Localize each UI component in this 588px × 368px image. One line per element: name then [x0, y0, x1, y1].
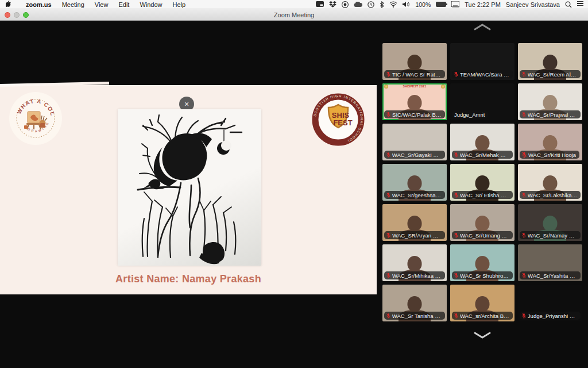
muted-mic-icon	[386, 232, 390, 238]
participant-name-label: Judge_Priyanshi Bhat...	[520, 312, 581, 320]
time-machine-icon[interactable]	[368, 1, 374, 8]
battery-icon	[436, 1, 446, 8]
screen-edge-highlight	[0, 82, 109, 87]
participant-name-label: WAC_Sr/ Etisha Verma	[452, 191, 513, 199]
participant-tile[interactable]: TEAM/WAC/Sara Sriv...	[450, 43, 514, 80]
gallery-scroll-up-button[interactable]	[382, 23, 582, 31]
zoom-window-button[interactable]	[23, 12, 29, 18]
participant-name-label: WAC_SR/Aryan Mann	[384, 231, 445, 239]
muted-mic-icon	[386, 313, 390, 319]
muted-mic-icon	[522, 313, 526, 319]
participant-name-label: WAC_Sr/Reem Al-Gaa...	[520, 70, 581, 78]
muted-mic-icon	[386, 192, 390, 198]
participant-tile[interactable]: WAC_sr/Archita Bhatt...	[450, 285, 514, 321]
muted-mic-icon	[454, 232, 458, 238]
what-a-colour-logo: WHAT A COLOUR! DRAWING	[8, 91, 63, 146]
participant-tile[interactable]: WAC_Sr/Gayaki Pahwa	[382, 124, 447, 160]
participant-tile[interactable]: TIC / WAC Sr Ratnes...	[382, 43, 447, 80]
sidecar-icon[interactable]	[451, 1, 459, 8]
participant-name-label: WAC_Sr/geeshnaa sri...	[384, 191, 445, 199]
participant-name-label: WAC_Sr/Lakshika Batra	[520, 191, 581, 199]
shis-fest-logo: SCOTTISH HIGH INTERNATIONAL SCHOOL SHIS …	[312, 93, 365, 146]
participant-name-label: Judge_Amrit	[452, 110, 488, 118]
muted-mic-icon	[454, 192, 458, 198]
wifi-icon[interactable]	[389, 1, 397, 8]
participant-tile[interactable]: WAC_Sr/Reem Al-Gaa...	[518, 43, 582, 80]
participant-name-label: WAC_Sr/Prajwal Tiwary	[520, 110, 581, 118]
participant-name-label: SIC/WAC/Palak Bothra	[384, 110, 445, 118]
dropbox-icon[interactable]	[329, 1, 336, 8]
muted-mic-icon	[386, 152, 390, 158]
muted-mic-icon	[454, 313, 458, 319]
participant-tile[interactable]: WAC_Sr/Prajwal Tiwary	[518, 83, 582, 120]
participant-name-label: WAC_Sr/Mihikaa Singh	[384, 271, 445, 279]
menu-window[interactable]: Window	[134, 0, 167, 9]
menu-zoom-us[interactable]: zoom.us	[21, 0, 57, 9]
menu-bar-user-name[interactable]: Sanjeev Srivastava	[506, 1, 560, 8]
close-window-button[interactable]	[5, 12, 10, 18]
cloud-icon[interactable]	[354, 1, 362, 8]
muted-mic-icon	[522, 192, 526, 198]
muted-mic-icon	[454, 152, 458, 158]
battery-percentage: 100%	[415, 1, 431, 8]
participant-name-label: WAC_Sr/Namay praka...	[520, 231, 581, 239]
muted-mic-icon	[522, 71, 526, 77]
participant-tile[interactable]: WAC_Sr/Mehak Chopra	[450, 124, 514, 160]
spotlight-search-icon[interactable]	[565, 1, 572, 8]
apple-menu-icon[interactable]	[6, 1, 14, 8]
notification-center-icon[interactable]	[577, 1, 583, 8]
menu-meeting[interactable]: Meeting	[57, 0, 90, 9]
menu-bar-clock[interactable]: Tue 2:22 PM	[465, 1, 501, 8]
participant-tile[interactable]: WAC_Sr/Mihikaa Singh	[382, 244, 447, 281]
participant-tile[interactable]: WAC_Sr/Lakshika Batra	[518, 164, 582, 201]
muted-mic-icon	[522, 273, 526, 278]
participant-name-label: WAC_sr/Archita Bhatt...	[452, 312, 513, 320]
artist-name-caption: Artist Name: Namay Prakash	[0, 273, 377, 285]
participant-tile[interactable]: WAC_Sr Shubhrojit P...	[450, 244, 514, 281]
participant-name-label: WAC_Sr/Gayaki Pahwa	[384, 151, 445, 159]
participant-tile[interactable]: SHISFEST 2021 SIC/WAC/Palak Bothra	[382, 83, 447, 120]
participant-tile[interactable]: WAC_Sr/Umang Yadav	[450, 204, 514, 241]
participant-tile[interactable]: WAC_Sr/geeshnaa sri...	[382, 164, 447, 201]
macos-menu-bar: zoom.us Meeting View Edit Window Help	[0, 0, 588, 9]
participant-name-label: WAC_Sr/Mehak Chopra	[452, 151, 513, 159]
minimize-window-button[interactable]	[14, 12, 20, 18]
participant-name-label: WAC_Sr/Kriti Hooja	[520, 151, 579, 159]
virtual-background-banner-text: SHISFEST 2021	[382, 85, 447, 88]
screen-mirroring-icon[interactable]	[316, 1, 324, 8]
gallery-scroll-down-button[interactable]	[382, 331, 582, 339]
muted-mic-icon	[386, 273, 390, 278]
participant-name-label: TEAM/WAC/Sara Sriv...	[452, 70, 513, 78]
participant-tile[interactable]: WAC_Sr Tanisha Mah...	[382, 285, 447, 321]
menu-view[interactable]: View	[90, 0, 114, 9]
participant-name-label: WAC_Sr/Yashita Goyal	[520, 271, 581, 279]
participant-name-label: WAC_Sr Shubhrojit P...	[452, 271, 513, 279]
bluetooth-icon[interactable]	[380, 1, 384, 8]
participant-tile[interactable]: Judge_Amrit	[450, 83, 514, 120]
muted-mic-icon	[522, 232, 526, 238]
participant-tile[interactable]: WAC_Sr/Namay praka...	[518, 204, 582, 241]
muted-mic-icon	[522, 152, 527, 158]
participant-tile[interactable]: WAC_Sr/ Etisha Verma	[450, 164, 514, 201]
meeting-main-area: WHAT A COLOUR! DRAWING	[0, 21, 588, 368]
menu-edit[interactable]: Edit	[113, 0, 134, 9]
participant-tile[interactable]: WAC_SR/Aryan Mann	[382, 204, 447, 241]
participant-tile[interactable]: WAC_Sr/Kriti Hooja	[518, 124, 582, 160]
menu-help[interactable]: Help	[168, 0, 191, 9]
participant-tile[interactable]: WAC_Sr/Yashita Goyal	[518, 244, 582, 281]
window-title-bar: Zoom Meeting	[0, 9, 588, 21]
muted-mic-icon	[386, 71, 390, 77]
participant-name-label: WAC_Sr Tanisha Mah...	[384, 312, 445, 320]
shared-screen-panel: WHAT A COLOUR! DRAWING	[0, 85, 377, 294]
shutter-icon[interactable]	[342, 1, 349, 8]
participant-tile[interactable]: Judge_Priyanshi Bhat...	[518, 285, 582, 321]
participant-grid: TIC / WAC Sr Ratnes... TEAM/WAC/Sara Sri…	[382, 43, 582, 321]
muted-mic-icon	[454, 71, 458, 77]
participant-name-label: TIC / WAC Sr Ratnes...	[384, 70, 445, 78]
muted-mic-icon	[386, 112, 390, 117]
participant-name-label: WAC_Sr/Umang Yadav	[452, 231, 513, 239]
muted-mic-icon	[454, 273, 458, 278]
artwork-image	[118, 109, 261, 266]
volume-icon[interactable]	[403, 1, 410, 8]
banner-logo-dot	[441, 85, 445, 89]
